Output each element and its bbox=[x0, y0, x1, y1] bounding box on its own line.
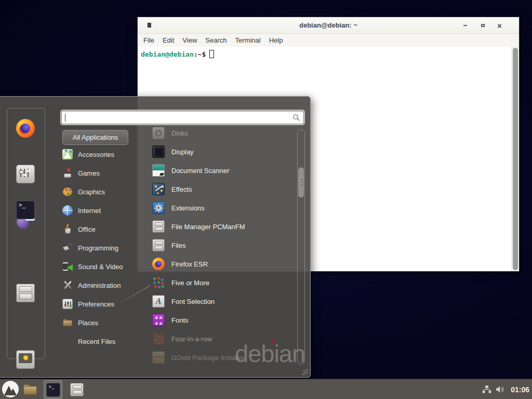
category-places[interactable]: Places bbox=[62, 317, 98, 328]
display-icon bbox=[152, 145, 165, 158]
category-label: Accessories bbox=[78, 151, 114, 158]
app-label: Effects bbox=[171, 185, 192, 193]
office-icon bbox=[62, 224, 73, 234]
menu-help[interactable]: Help bbox=[269, 36, 283, 44]
font-selection-icon: A bbox=[152, 295, 165, 308]
terminal-scrollbar-thumb[interactable] bbox=[513, 48, 518, 270]
file-cabinet-icon bbox=[152, 220, 165, 233]
app-label: Fonts bbox=[171, 316, 189, 324]
category-label: Places bbox=[78, 319, 98, 327]
app-label: Extensions bbox=[171, 204, 205, 212]
maximize-icon bbox=[481, 24, 485, 27]
resize-grip[interactable] bbox=[302, 369, 309, 376]
app-files[interactable]: Files bbox=[152, 239, 185, 251]
menu-search-field bbox=[61, 111, 304, 124]
app-file-manager-pcmanfm[interactable]: File Manager PCManFM bbox=[152, 220, 245, 233]
network-icon[interactable] bbox=[482, 385, 491, 394]
favorite-file-manager-icon[interactable] bbox=[16, 284, 35, 302]
administration-icon bbox=[62, 280, 73, 290]
taskbar-files-button[interactable] bbox=[68, 380, 86, 399]
five-or-more-icon bbox=[152, 276, 165, 289]
close-button[interactable] bbox=[495, 21, 503, 30]
volume-icon[interactable] bbox=[496, 385, 505, 394]
category-graphics[interactable]: Graphics bbox=[62, 187, 105, 197]
menu-launcher-icon[interactable] bbox=[2, 381, 19, 397]
app-label: File Manager PCManFM bbox=[171, 223, 245, 231]
taskbar-terminal-button[interactable]: >_ bbox=[44, 380, 62, 399]
fonts-icon: a a a a bbox=[152, 314, 165, 326]
prompt-path: ~ bbox=[198, 50, 202, 58]
minimize-button[interactable] bbox=[461, 21, 469, 30]
favorite-terminal-icon[interactable]: >_ bbox=[16, 201, 35, 219]
category-sound-video[interactable]: Sound & Video bbox=[62, 261, 123, 272]
minimize-icon bbox=[463, 25, 467, 26]
category-label: Games bbox=[78, 169, 100, 177]
app-label: Display bbox=[171, 148, 194, 156]
menu-edit[interactable]: Edit bbox=[163, 36, 174, 44]
file-cabinet-icon bbox=[70, 383, 84, 396]
favorite-settings-mixer-icon[interactable] bbox=[16, 165, 35, 183]
app-label: Four-in-a-row bbox=[171, 335, 212, 343]
category-internet[interactable]: Internet bbox=[62, 205, 101, 216]
app-five-or-more[interactable]: Five or More bbox=[152, 276, 209, 289]
maximize-button[interactable] bbox=[478, 21, 487, 30]
category-label: Sound & Video bbox=[78, 263, 123, 271]
taskbar: >_ 01:06 bbox=[0, 379, 532, 399]
app-four-in-a-row[interactable]: Four-in-a-row bbox=[152, 332, 212, 345]
category-label: Internet bbox=[78, 207, 101, 215]
disks-icon bbox=[152, 127, 165, 139]
app-extensions[interactable]: Extensions bbox=[152, 202, 205, 214]
terminal-icon: >_ bbox=[46, 383, 60, 397]
app-label: GDebi Package Installer bbox=[171, 354, 244, 362]
search-input[interactable] bbox=[65, 112, 290, 123]
search-caret bbox=[65, 114, 65, 122]
category-all-applications[interactable]: All Applications bbox=[62, 130, 128, 145]
clock[interactable]: 01:06 bbox=[511, 379, 529, 399]
terminal-scrollbar[interactable] bbox=[511, 47, 519, 271]
preferences-icon bbox=[62, 299, 73, 309]
terminal-titlebar[interactable]: debian@debian: ~ bbox=[138, 17, 519, 34]
prompt-separator: : bbox=[194, 50, 198, 58]
category-label: Preferences bbox=[78, 300, 114, 308]
category-games[interactable]: Games bbox=[62, 168, 100, 178]
category-programming[interactable]: Programming bbox=[62, 243, 118, 253]
menu-view[interactable]: View bbox=[182, 36, 197, 44]
app-label: Five or More bbox=[171, 279, 209, 287]
terminal-window-icon bbox=[147, 22, 151, 28]
taskbar-file-manager-button[interactable] bbox=[21, 380, 39, 399]
games-icon bbox=[62, 168, 73, 178]
app-fonts[interactable]: a a a a Fonts bbox=[152, 314, 189, 326]
graphics-icon bbox=[62, 187, 73, 197]
app-label: Files bbox=[171, 242, 185, 249]
menu-terminal[interactable]: Terminal bbox=[235, 36, 261, 44]
prompt-symbol: $ bbox=[202, 50, 206, 58]
category-preferences[interactable]: Preferences bbox=[62, 299, 114, 309]
category-administration[interactable]: Administration bbox=[62, 280, 121, 290]
app-font-selection[interactable]: A Font Selection bbox=[152, 295, 215, 308]
menu-scrollbar[interactable] bbox=[297, 129, 305, 364]
favorite-firefox-icon[interactable] bbox=[16, 119, 35, 138]
desktop: debian@debian: ~ File Edit View Search T… bbox=[0, 0, 532, 399]
category-office[interactable]: Office bbox=[62, 224, 96, 234]
app-effects[interactable]: Effects bbox=[152, 183, 192, 195]
accessories-icon bbox=[62, 149, 73, 159]
empty-icon-spacer bbox=[62, 336, 73, 347]
search-icon bbox=[292, 114, 300, 122]
lock-screen-icon[interactable] bbox=[16, 350, 35, 369]
category-recent-files[interactable]: Recent Files bbox=[62, 336, 115, 347]
menu-scrollbar-thumb[interactable] bbox=[298, 167, 304, 197]
prompt-user-host: debian@debian bbox=[141, 50, 194, 58]
menu-search[interactable]: Search bbox=[205, 36, 227, 44]
terminal-window-title: debian@debian: ~ bbox=[299, 21, 357, 29]
app-label: Disks bbox=[171, 129, 188, 137]
menu-file[interactable]: File bbox=[143, 36, 154, 44]
app-document-scanner[interactable]: Document Scanner bbox=[152, 164, 229, 177]
applications-menu: >_ All Applications Accessories Game bbox=[0, 96, 311, 378]
app-label: Font Selection bbox=[171, 298, 215, 305]
category-accessories[interactable]: Accessories bbox=[62, 149, 114, 159]
app-disks[interactable]: Disks bbox=[152, 127, 188, 139]
category-label: Office bbox=[78, 225, 96, 233]
app-firefox-esr[interactable]: Firefox ESR bbox=[152, 258, 208, 270]
app-display[interactable]: Display bbox=[152, 145, 194, 158]
app-gdebi-package-installer[interactable]: GDebi Package Installer bbox=[152, 351, 244, 364]
